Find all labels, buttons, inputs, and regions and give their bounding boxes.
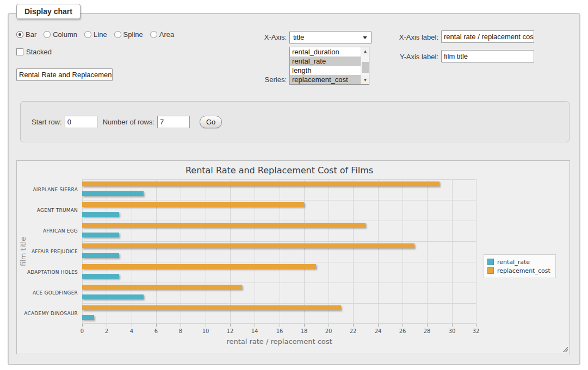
x-tick-label: 30	[444, 328, 460, 334]
y-axis-label-input[interactable]: film title	[441, 50, 534, 62]
stacked-checkbox-row[interactable]: Stacked	[16, 48, 52, 56]
bar-replacement_cost	[82, 223, 366, 228]
num-rows-label: Number of rows:	[103, 118, 154, 126]
x-tick-mark	[181, 324, 181, 327]
x-tick-mark	[230, 324, 231, 327]
radio-icon[interactable]	[114, 31, 121, 38]
chart-type-label: Column	[53, 30, 77, 39]
x-tick-mark	[403, 324, 403, 327]
stacked-checkbox[interactable]	[16, 48, 23, 55]
radio-icon[interactable]	[84, 31, 91, 38]
bar-rental_rate	[82, 294, 144, 299]
chart-type-radio-spline[interactable]: Spline	[114, 30, 143, 39]
start-row-input[interactable]: 0	[65, 116, 97, 128]
radio-icon[interactable]	[150, 31, 157, 38]
x-tick-label: 14	[246, 328, 263, 334]
bar-rental_rate	[82, 212, 119, 217]
gridline	[156, 179, 157, 324]
chart-type-radio-group: Bar Column Line Spline Area	[16, 30, 174, 39]
bar-replacement_cost	[82, 285, 242, 290]
start-row-label: Start row:	[32, 118, 62, 126]
resize-handle-icon[interactable]	[562, 346, 568, 352]
chart-title-input[interactable]: Rental Rate and Replacemen	[16, 68, 113, 81]
x-tick-label: 26	[394, 328, 411, 334]
gridline	[255, 179, 255, 324]
page: Display chart Bar Column Line Spline Are…	[0, 0, 588, 370]
gridline	[82, 283, 476, 283]
scrollbar-thumb[interactable]	[362, 62, 369, 73]
y-category-label: ACADEMY DINOSAUR	[20, 311, 78, 316]
gridline	[82, 200, 476, 200]
scroll-up-icon[interactable]: ▲	[361, 47, 369, 55]
x-tick-mark	[206, 324, 206, 327]
x-tick-label: 12	[222, 328, 238, 334]
x-tick-label: 32	[468, 328, 484, 334]
gridline	[107, 179, 107, 324]
x-axis-label-input[interactable]: rental rate / replacement cost	[441, 30, 534, 43]
x-tick-label: 28	[419, 328, 435, 334]
x-axis-label-caption: X-Axis label:	[389, 33, 438, 41]
x-tick-mark	[427, 324, 428, 327]
radio-icon[interactable]	[16, 31, 23, 38]
series-option-length[interactable]: length	[290, 66, 361, 75]
y-category-label: AIRPLANE SIERRA	[20, 187, 78, 192]
stacked-label: Stacked	[26, 48, 52, 56]
chart-type-radio-column[interactable]: Column	[44, 30, 77, 39]
gridline	[304, 179, 305, 324]
gridline	[82, 262, 476, 262]
y-category-label: AFRICAN EGG	[20, 228, 78, 234]
x-tick-mark	[353, 324, 354, 327]
chart-type-radio-line[interactable]: Line	[84, 30, 107, 39]
gridline	[82, 179, 476, 180]
legend-label: rental_rate	[497, 259, 530, 266]
legend-item-rental_rate[interactable]: rental_rate	[487, 258, 550, 266]
x-tick-mark	[280, 324, 280, 327]
series-listbox[interactable]: rental_duration rental_rate length repla…	[289, 47, 369, 85]
gridline	[206, 179, 206, 324]
bar-rental_rate	[82, 233, 119, 237]
x-axis-title: rental rate / replacement cost	[82, 337, 476, 346]
x-tick-mark	[156, 324, 157, 327]
num-rows-input[interactable]: 7	[157, 116, 190, 128]
gridline	[452, 179, 453, 324]
y-category-label: ADAPTATION HOLES	[20, 269, 78, 275]
chart-type-label: Bar	[26, 30, 36, 39]
chart-type-radio-area[interactable]: Area	[150, 30, 174, 39]
x-tick-label: 4	[123, 328, 140, 334]
bar-rental_rate	[82, 253, 119, 258]
gridline	[280, 179, 280, 324]
x-tick-label: 10	[197, 328, 214, 334]
x-tick-label: 8	[172, 328, 189, 334]
go-button[interactable]: Go	[200, 116, 222, 128]
chart-container: Rental Rate and Replacement Cost of Film…	[16, 160, 570, 354]
legend-item-replacement_cost[interactable]: replacement_cost	[487, 266, 550, 275]
bar-rental_rate	[82, 315, 94, 320]
x-tick-label: 0	[74, 328, 90, 334]
y-category-label: ACE GOLDFINGER	[20, 290, 78, 296]
x-tick-label: 24	[370, 328, 386, 334]
bar-replacement_cost	[82, 264, 316, 269]
x-axis-select-label: X-Axis:	[239, 33, 287, 41]
x-tick-mark	[329, 324, 329, 327]
radio-icon[interactable]	[44, 31, 51, 38]
scroll-down-icon[interactable]: ▼	[361, 76, 369, 84]
x-tick-label: 22	[345, 328, 361, 334]
series-option-rental-duration[interactable]: rental_duration	[290, 47, 361, 57]
gridline	[230, 179, 231, 324]
gridline	[403, 179, 403, 324]
x-tick-label: 2	[98, 328, 115, 334]
chart-type-radio-bar[interactable]: Bar	[16, 30, 36, 39]
chart-type-label: Spline	[123, 30, 143, 39]
x-tick-label: 18	[296, 328, 312, 334]
bar-replacement_cost	[82, 305, 341, 310]
x-tick-label: 16	[271, 328, 288, 334]
x-axis-selected-value: title	[293, 33, 304, 41]
x-axis-select[interactable]: title	[289, 31, 372, 44]
bar-rental_rate	[82, 191, 144, 196]
gridline	[82, 179, 83, 324]
x-tick-mark	[452, 324, 453, 327]
series-option-rental-rate[interactable]: rental_rate	[290, 57, 361, 66]
listbox-scrollbar[interactable]: ▲ ▼	[361, 47, 369, 84]
gridline	[82, 323, 476, 324]
series-option-replacement-cost[interactable]: replacement_cost	[290, 75, 361, 84]
